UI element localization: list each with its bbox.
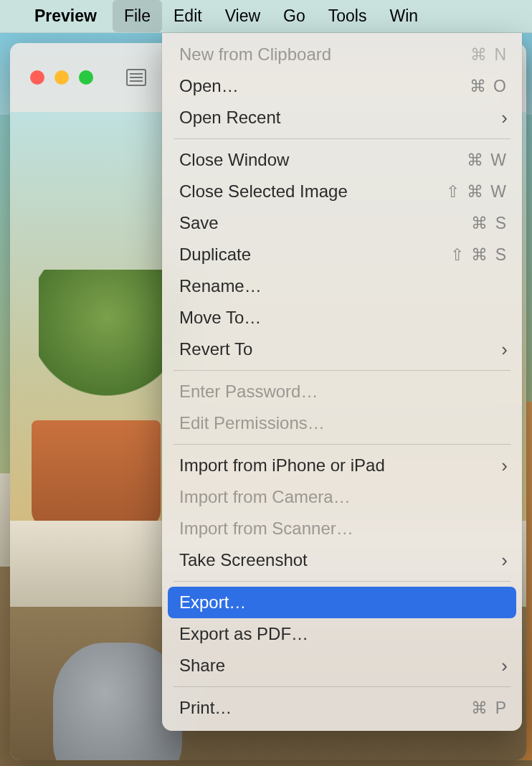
menu-item-label: Export… — [179, 592, 508, 613]
menu-go[interactable]: Go — [272, 0, 317, 32]
menu-item-label: Open… — [179, 76, 470, 96]
menu-item-label: Edit Permissions… — [179, 413, 508, 433]
menu-item-label: Open Recent — [179, 108, 501, 128]
menu-item-enter-password: Enter Password… — [162, 376, 522, 407]
chevron-right-icon: › — [501, 107, 508, 129]
app-name[interactable]: Preview — [27, 6, 104, 26]
menu-item-export-as-pdf[interactable]: Export as PDF… — [162, 618, 522, 650]
menu-item-shortcut: ⌘ P — [471, 699, 508, 718]
menu-item-edit-permissions: Edit Permissions… — [162, 407, 522, 439]
menu-item-label: Export as PDF… — [179, 624, 508, 644]
menu-tools[interactable]: Tools — [317, 0, 379, 32]
menu-item-import-camera: Import from Camera… — [162, 481, 522, 513]
menu-item-label: Enter Password… — [179, 382, 508, 402]
menu-item-new-from-clipboard: New from Clipboard ⌘ N — [162, 39, 522, 70]
menu-item-revert-to[interactable]: Revert To › — [162, 334, 522, 365]
traffic-lights — [30, 70, 93, 85]
menu-item-save[interactable]: Save ⌘ S — [162, 207, 522, 239]
menu-item-close-window[interactable]: Close Window ⌘ W — [162, 144, 522, 176]
menu-item-shortcut: ⌘ W — [467, 151, 508, 170]
chevron-right-icon: › — [501, 455, 508, 477]
menu-item-take-screenshot[interactable]: Take Screenshot › — [162, 544, 522, 576]
menu-item-close-selected-image[interactable]: Close Selected Image ⇧ ⌘ W — [162, 176, 522, 207]
menu-separator — [174, 686, 510, 687]
menu-item-label: Rename… — [179, 276, 508, 296]
chevron-right-icon: › — [501, 339, 508, 361]
menu-view[interactable]: View — [214, 0, 272, 32]
menu-item-label: Take Screenshot — [179, 550, 501, 570]
menu-file[interactable]: File — [113, 0, 162, 32]
menu-item-label: Close Selected Image — [179, 181, 446, 202]
chevron-right-icon: › — [501, 655, 508, 677]
menu-item-label: New from Clipboard — [179, 44, 470, 65]
menu-item-shortcut: ⌘ S — [471, 214, 508, 233]
sidebar-toggle-icon[interactable] — [126, 69, 146, 86]
menu-separator — [174, 138, 510, 139]
close-window-button[interactable] — [30, 70, 44, 85]
menu-item-rename[interactable]: Rename… — [162, 270, 522, 302]
menu-window[interactable]: Win — [378, 0, 429, 32]
menu-item-duplicate[interactable]: Duplicate ⇧ ⌘ S — [162, 239, 522, 270]
menu-item-label: Print… — [179, 698, 471, 718]
menu-item-label: Move To… — [179, 308, 508, 328]
menu-item-open[interactable]: Open… ⌘ O — [162, 70, 522, 102]
menu-item-label: Import from Scanner… — [179, 519, 508, 539]
minimize-window-button[interactable] — [54, 70, 69, 85]
menu-item-label: Duplicate — [179, 245, 450, 265]
zoom-window-button[interactable] — [79, 70, 93, 85]
menu-item-import-iphone-ipad[interactable]: Import from iPhone or iPad › — [162, 450, 522, 481]
menu-item-label: Share — [179, 656, 501, 676]
menu-item-label: Revert To — [179, 339, 501, 359]
menu-item-move-to[interactable]: Move To… — [162, 302, 522, 334]
menu-item-label: Import from Camera… — [179, 487, 508, 507]
file-menu-dropdown: New from Clipboard ⌘ N Open… ⌘ O Open Re… — [162, 33, 522, 731]
menu-separator — [174, 581, 510, 582]
menu-separator — [174, 444, 510, 445]
menu-separator — [174, 370, 510, 371]
menu-item-shortcut: ⌘ N — [470, 45, 508, 65]
system-menubar: Preview File Edit View Go Tools Win — [0, 0, 532, 33]
chevron-right-icon: › — [501, 549, 508, 572]
menu-item-export[interactable]: Export… — [168, 587, 516, 618]
menu-item-label: Save — [179, 213, 471, 233]
menu-item-print[interactable]: Print… ⌘ P — [162, 692, 522, 724]
menu-edit[interactable]: Edit — [162, 0, 214, 32]
menu-item-shortcut: ⇧ ⌘ W — [446, 182, 508, 202]
menu-item-import-scanner: Import from Scanner… — [162, 513, 522, 544]
menu-item-shortcut: ⇧ ⌘ S — [450, 245, 508, 265]
menu-item-share[interactable]: Share › — [162, 650, 522, 681]
menu-item-shortcut: ⌘ O — [470, 77, 508, 96]
menu-item-open-recent[interactable]: Open Recent › — [162, 102, 522, 133]
menu-item-label: Import from iPhone or iPad — [179, 455, 501, 476]
menu-item-label: Close Window — [179, 150, 467, 170]
